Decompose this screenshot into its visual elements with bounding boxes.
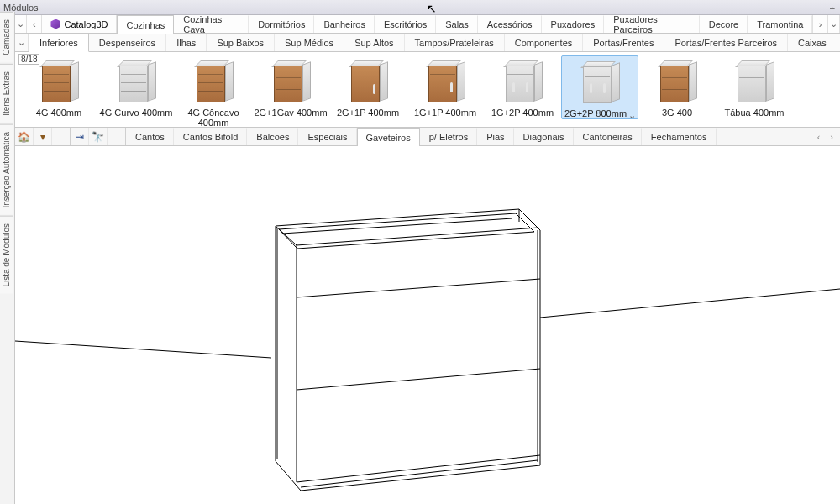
cat-inferiores[interactable]: Inferiores [29, 34, 89, 52]
thumb-icon [116, 60, 156, 106]
thumb-icon [348, 60, 388, 106]
tab-cozinhas[interactable]: Cozinhas [117, 15, 174, 34]
subcategory-toolbar: 🏠 ▾ ⇥ 🔭 Cantos Cantos Bifold Balcões Esp… [15, 128, 840, 146]
home-icon[interactable]: 🏠 [15, 128, 34, 145]
binoculars-icon[interactable]: 🔭 [89, 128, 108, 145]
tab-dormitorios[interactable]: Dormitórios [249, 15, 314, 33]
vtab-itens-extras[interactable]: Itens Extras [0, 64, 13, 123]
sub-gaveteiros[interactable]: Gaveteiros [357, 128, 420, 146]
sub-eletros[interactable]: p/ Eletros [420, 128, 477, 145]
tab-tramontina[interactable]: Tramontina [748, 15, 812, 33]
thumb-icon [657, 60, 697, 106]
shelf-counter: 8/18 [18, 54, 39, 65]
window-title: Módulos [3, 3, 39, 13]
module-4g-400[interactable]: 4G 400mm [20, 55, 97, 118]
separator [108, 128, 126, 145]
scroll-left-icon[interactable]: ‹ [817, 132, 821, 142]
module-label2: 400mm [175, 118, 252, 128]
sub-pias[interactable]: Pias [477, 128, 513, 145]
dropdown-icon[interactable]: ▾ [34, 128, 52, 145]
module-3g-400[interactable]: 3G 400 [638, 55, 716, 118]
category-tabstrip: ⌄ Inferiores Despenseiros Ilhas Sup Baix… [15, 34, 840, 52]
tab-cozinhas-cava[interactable]: Cozinhas Cava [174, 15, 249, 33]
sub-diagonais[interactable]: Diagonais [514, 128, 574, 145]
tab-banheiros[interactable]: Banheiros [314, 15, 375, 33]
module-2g2p-800[interactable]: 2G+2P 800mm⌄ [561, 55, 638, 119]
cat-portas-frentes-parceiros[interactable]: Portas/Frentes Parceiros [664, 34, 788, 51]
module-label: Tábua 400mm [716, 108, 793, 118]
cat-caixas[interactable]: Caixas [788, 34, 837, 51]
module-label: 3G 400 [638, 108, 716, 118]
module-4g-curvo-400[interactable]: 4G Curvo 400mm [97, 55, 175, 118]
sub-cantoneiras[interactable]: Cantoneiras [574, 128, 642, 145]
cat-ilhas[interactable]: Ilhas [166, 34, 207, 51]
svg-line-0 [15, 341, 271, 358]
module-label: 2G+2P 800mm⌄ [562, 108, 638, 118]
thumb-icon [734, 60, 774, 106]
module-tabua-400[interactable]: Tábua 400mm [716, 55, 793, 118]
cat-sup-altos[interactable]: Sup Altos [344, 34, 404, 51]
insert-icon[interactable]: ⇥ [71, 128, 89, 145]
module-1g1p-400[interactable]: 1G+1P 400mm [407, 55, 484, 118]
cat-despenseiros[interactable]: Despenseiros [89, 34, 166, 51]
subtab-scroll: ‹ › [811, 128, 840, 145]
sub-cantos[interactable]: Cantos [126, 128, 174, 145]
tab-acessorios[interactable]: Acessórios [478, 15, 542, 33]
tab-decore[interactable]: Decore [700, 15, 748, 33]
module-2g1gav-400[interactable]: 2G+1Gav 400mm [252, 55, 329, 118]
cat-sup-medios[interactable]: Sup Médios [275, 34, 344, 51]
catalog-menu-chevron-right[interactable]: ⌄ [828, 15, 840, 33]
vertical-tab-bar: Camadas Itens Extras Inserção Automática… [0, 12, 15, 504]
svg-line-1 [540, 289, 840, 318]
catalog-menu-chevron[interactable]: ⌄ [15, 15, 27, 33]
thumb-icon [502, 60, 543, 106]
ribbon: ⌄ ‹ Catalog3D Cozinhas Cozinhas Cava Dor… [15, 15, 840, 146]
module-2g1p-400[interactable]: 2G+1P 400mm [329, 55, 407, 118]
module-label: 1G+1P 400mm [407, 108, 484, 118]
cursor-icon: ↖ [427, 2, 437, 15]
3d-viewport[interactable] [15, 146, 840, 504]
sub-especiais[interactable]: Especiais [298, 128, 356, 145]
thumb-icon [270, 60, 311, 106]
tab-escritorios[interactable]: Escritórios [375, 15, 436, 33]
tab-scroll-left[interactable]: ‹ [27, 15, 42, 33]
svg-line-3 [297, 369, 540, 390]
titlebar: Módulos ↖ ⫠ [0, 0, 840, 15]
sub-cantos-bifold[interactable]: Cantos Bifold [174, 128, 247, 145]
catalog-cube-icon [50, 19, 60, 29]
tab-scroll-right[interactable]: › [812, 15, 827, 33]
cabinet-wireframe [15, 146, 840, 504]
cat-tampos[interactable]: Tampos/Prateleiras [405, 34, 505, 51]
category-menu-chevron[interactable]: ⌄ [15, 34, 29, 51]
svg-line-2 [297, 279, 540, 297]
cat-sup-baixos[interactable]: Sup Baixos [207, 34, 275, 51]
module-1g2p-400[interactable]: 1G+2P 400mm [484, 55, 561, 118]
catalog-label: Catalog3D [64, 19, 108, 29]
cat-componentes[interactable]: Componentes [505, 34, 584, 51]
module-label: 2G+1P 400mm [329, 108, 407, 118]
module-label: 4G Curvo 400mm [97, 108, 175, 118]
sub-fechamentos[interactable]: Fechamentos [642, 128, 717, 145]
cat-portas-frentes[interactable]: Portas/Frentes [583, 34, 664, 51]
catalog-button[interactable]: Catalog3D [42, 15, 117, 33]
svg-line-6 [301, 460, 538, 487]
tab-puxadores[interactable]: Puxadores [542, 15, 605, 33]
thumb-icon [425, 60, 465, 106]
module-4g-concavo-400[interactable]: 4G Côncavo 400mm [175, 55, 252, 128]
scroll-right-icon[interactable]: › [830, 132, 833, 142]
module-label: 1G+2P 400mm [484, 108, 561, 118]
catalog-tabstrip: ⌄ ‹ Catalog3D Cozinhas Cozinhas Cava Dor… [15, 15, 840, 34]
vtab-lista-modulos[interactable]: Lista de Módulos [0, 216, 13, 294]
chevron-down-icon[interactable]: ⌄ [628, 110, 635, 117]
module-label: 4G Côncavo [175, 108, 252, 118]
vtab-insercao-automatica[interactable]: Inserção Automática [0, 124, 13, 215]
tab-salas[interactable]: Salas [436, 15, 478, 33]
thumb-icon [39, 60, 79, 106]
vtab-camadas[interactable]: Camadas [0, 12, 13, 62]
pin-icon[interactable]: ⫠ [828, 3, 837, 12]
sub-balcoes[interactable]: Balcões [247, 128, 298, 145]
module-label: 2G+1Gav 400mm [252, 108, 329, 118]
tab-puxadores-parceiros[interactable]: Puxadores Parceiros [604, 15, 700, 33]
thumb-icon [580, 61, 620, 107]
module-shelf: 8/18 4G 400mm 4G Curvo 400mm 4G Côncavo … [15, 52, 840, 128]
